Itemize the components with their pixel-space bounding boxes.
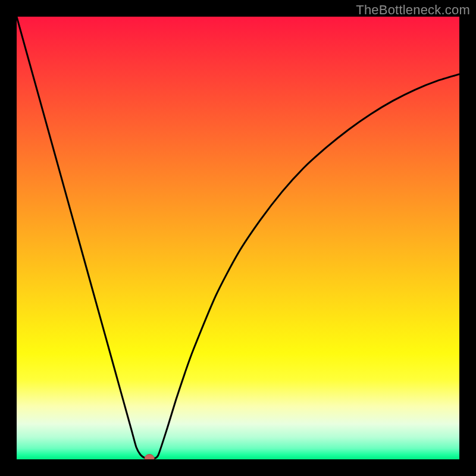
bottleneck-curve — [17, 17, 459, 459]
plot-area — [17, 17, 459, 459]
curve-layer — [17, 17, 459, 459]
chart-frame: TheBottleneck.com — [0, 0, 476, 476]
optimum-marker — [145, 455, 154, 459]
watermark-text: TheBottleneck.com — [356, 2, 470, 18]
